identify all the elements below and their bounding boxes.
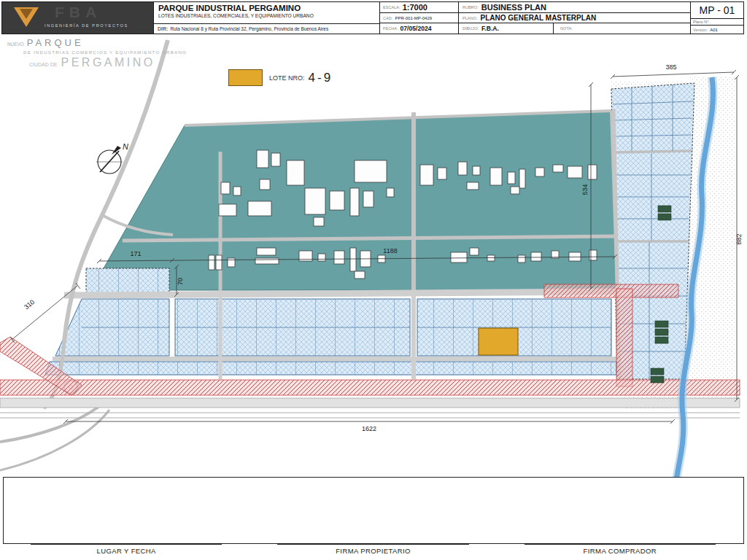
rubro-value: BUSINESS PLAN: [481, 3, 546, 12]
lot-block-center: [175, 299, 410, 356]
notes-box: [3, 477, 744, 544]
legend-lot-number: 4-9: [309, 71, 333, 85]
dibujo-value: F.B.A.: [481, 25, 499, 32]
signature-label: LUGAR Y FECHA: [31, 547, 222, 555]
signature-owner: FIRMA PROPIETARIO: [277, 544, 468, 555]
legend: LOTE NRO: 4-9: [228, 69, 333, 86]
highlight-lot-4-9: [479, 328, 518, 355]
signature-line: [31, 544, 222, 545]
rubro-cell: RUBRO: BUSINESS PLAN: [459, 2, 690, 13]
dir-value: Ruta Nacional 8 y Ruta Provincial 32, Pe…: [170, 26, 328, 31]
project-column: PARQUE INDUSTRIAL PERGAMINO LOTES INDUST…: [153, 2, 379, 34]
meta-column: ESCALA: 1:7000 CAD: PPR-001-MP-0429 FECH…: [379, 2, 458, 34]
cad-value: PPR-001-MP-0429: [395, 16, 432, 20]
lot-block-northwest: [86, 268, 169, 295]
fecha-value: 07/05/2024: [400, 25, 432, 32]
logo-tagline: INGENIERÍA DE PROYECTOS: [44, 23, 128, 28]
dim-310: 310: [23, 298, 36, 311]
signature-row: LUGAR Y FECHA FIRMA PROPIETARIO FIRMA CO…: [3, 544, 743, 555]
nota-cell: NOTA:: [557, 23, 690, 34]
masterplan-drawing: N 385 534 882 171 70 1188 310 1622: [0, 0, 747, 560]
lot-block-left: [55, 299, 169, 356]
version-row: Versión: A01: [691, 25, 743, 34]
project-title: PARQUE INDUSTRIAL PERGAMINO: [158, 4, 375, 12]
dim-882: 882: [735, 233, 743, 244]
version-value: A01: [710, 28, 718, 32]
escala-label: ESCALA:: [383, 5, 400, 9]
escala-cell: ESCALA: 1:7000: [380, 2, 458, 13]
dibujo-cell: DIBUJO: F.B.A.: [459, 23, 554, 34]
masterplan-sheet: N 385 534 882 171 70 1188 310 1622: [0, 0, 747, 560]
cad-label: CAD:: [383, 16, 392, 20]
dim-171: 171: [130, 250, 141, 257]
plano-value: PLANO GENERAL MASTERPLAN: [481, 14, 597, 22]
sheet-info-column: RUBRO: BUSINESS PLAN PLANO: PLANO GENERA…: [458, 2, 690, 34]
signature-line: [525, 544, 716, 545]
escala-value: 1:7000: [403, 3, 427, 12]
fecha-label: FECHA:: [383, 26, 398, 31]
rubro-label: RUBRO:: [462, 5, 479, 9]
legend-label: LOTE NRO:: [269, 74, 305, 82]
logo-triangle-inner-icon: [20, 9, 33, 19]
signature-label: FIRMA COMPRADOR: [525, 547, 716, 555]
sheet-number-column: MP - 01 Plano N° Versión: A01: [690, 2, 743, 34]
signature-place-date: LUGAR Y FECHA: [31, 544, 222, 555]
dim-534: 534: [581, 184, 589, 195]
park-name-block: NUEVOPARQUE DE INDUSTRIAS COMERCIOS Y EQ…: [7, 36, 187, 69]
fecha-cell: FECHA: 07/05/2024: [380, 23, 458, 34]
north-label: N: [123, 142, 128, 151]
city-name: PERGAMINO: [61, 56, 155, 69]
plano-cell: PLANO: PLANO GENERAL MASTERPLAN: [459, 13, 690, 24]
cad-cell: CAD: PPR-001-MP-0429: [380, 13, 458, 24]
dim-70: 70: [177, 278, 184, 285]
dim-1622: 1622: [362, 425, 376, 432]
title-block: FBA INGENIERÍA DE PROYECTOS PARQUE INDUS…: [1, 1, 744, 34]
plano-label: PLANO:: [462, 16, 478, 20]
dim-1188: 1188: [383, 247, 397, 254]
park-description: DE INDUSTRIAS COMERCIOS Y EQUIPAMIENTO U…: [23, 50, 187, 55]
park-prefix: NUEVO: [7, 42, 24, 47]
park-title: PARQUE: [27, 37, 84, 48]
logo: FBA INGENIERÍA DE PROYECTOS: [2, 2, 153, 34]
city-prefix: CIUDAD DE: [29, 62, 58, 67]
address-row: DIR: Ruta Nacional 8 y Ruta Provincial 3…: [154, 23, 379, 34]
version-label: Versión:: [693, 28, 708, 32]
plano-number-label: Plano N°: [691, 18, 743, 25]
signature-line: [277, 544, 468, 545]
dir-label: DIR:: [158, 26, 168, 31]
signature-label: FIRMA PROPIETARIO: [277, 547, 468, 555]
dim-385: 385: [665, 63, 676, 71]
logo-brand: FBA: [55, 4, 101, 21]
nota-label: NOTA:: [560, 26, 573, 31]
sheet-code: MP - 01: [691, 2, 743, 18]
dibujo-nota-row: DIBUJO: F.B.A. NOTA:: [459, 23, 690, 34]
dibujo-label: DIBUJO:: [462, 26, 479, 31]
lot-strip-south: [45, 362, 616, 375]
project-subtitle: LOTES INDUSTRIALES, COMERCIALES, Y EQUIP…: [158, 13, 375, 18]
lot-color-swatch: [228, 69, 263, 86]
signature-buyer: FIRMA COMPRADOR: [525, 544, 716, 555]
